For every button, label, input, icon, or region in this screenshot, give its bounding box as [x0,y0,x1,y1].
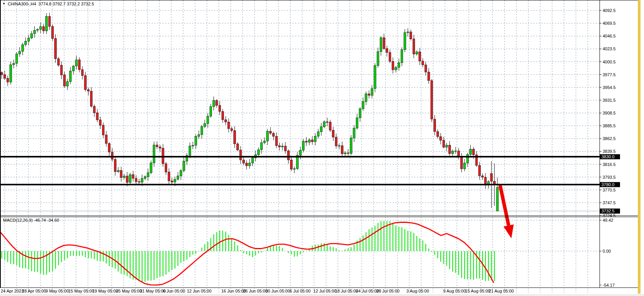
svg-text:3977.5: 3977.5 [603,72,616,77]
svg-text:3908.5: 3908.5 [603,111,616,115]
ohlc-values: 3774.8 3792.7 3732.2 3732.5 [38,2,94,6]
svg-text:9 Aug 05:00: 9 Aug 05:00 [443,289,466,293]
svg-text:25 May 05:00: 25 May 05:00 [116,289,142,293]
price-badge: 3830.0 [600,154,620,159]
svg-text:6 Jul 05:00: 6 Jul 05:00 [290,289,311,293]
svg-text:3954.5: 3954.5 [603,85,616,90]
macd-histogram [2,221,495,282]
svg-text:4092.5: 4092.5 [603,8,616,13]
svg-text:3732.5: 3732.5 [601,209,615,213]
panel-borders [0,0,641,288]
svg-text:12 Jun 05:00: 12 Jun 05:00 [187,289,212,293]
svg-text:3724.5: 3724.5 [603,213,616,218]
svg-text:3770.5: 3770.5 [603,188,616,192]
svg-text:3793.5: 3793.5 [603,175,616,180]
price-badge: 3732.5 [600,209,620,214]
svg-text:9 May 05:00: 9 May 05:00 [46,289,69,293]
svg-text:28 Jul 05:00: 28 Jul 05:00 [376,289,400,293]
macd-axis[interactable]: 49.420.00-54.17 [600,218,615,287]
one-click-dropdown-icon[interactable]: ▼ [2,2,5,6]
svg-text:3816.5: 3816.5 [603,162,616,167]
chart-canvas[interactable]: 4092.54069.54046.54023.54000.53977.53954… [0,0,644,296]
svg-text:3747.5: 3747.5 [603,200,616,205]
candlestick-series [1,13,499,211]
svg-text:4046.5: 4046.5 [603,34,616,38]
svg-text:3 Aug 05:00: 3 Aug 05:00 [407,289,429,293]
svg-text:4069.5: 4069.5 [603,21,616,26]
svg-text:4023.5: 4023.5 [603,46,616,51]
right-edge-strip [638,0,641,294]
svg-text:24 Apr 2023: 24 Apr 2023 [1,289,24,293]
svg-text:26 Jun 05:00: 26 Jun 05:00 [243,289,268,293]
svg-text:21 Aug 05:00: 21 Aug 05:00 [489,289,514,293]
svg-text:3931.5: 3931.5 [603,98,616,103]
svg-text:30 Jun 05:00: 30 Jun 05:00 [265,289,290,293]
svg-text:3839.5: 3839.5 [603,149,616,154]
chart-titlebar: ▼ CHINA300-,H4 3774.8 3792.7 3732.2 3732… [2,1,94,7]
svg-text:3780.0: 3780.0 [601,182,615,187]
time-axis[interactable]: 24 Apr 202328 Apr 05:009 May 05:0015 May… [1,289,514,293]
down-trend-arrow[interactable] [500,185,514,238]
svg-text:6 Jun 05:00: 6 Jun 05:00 [163,289,185,293]
svg-text:12 Jul 05:00: 12 Jul 05:00 [313,289,337,293]
svg-text:18 Jul 05:00: 18 Jul 05:00 [335,289,358,293]
macd-indicator-label: MACD(12,26,9) -46.74 -34.60 [3,218,59,222]
svg-text:4000.5: 4000.5 [603,60,616,64]
svg-text:3862.5: 3862.5 [603,136,616,141]
svg-text:15 May 05:00: 15 May 05:00 [68,289,94,293]
svg-text:31 May 05:00: 31 May 05:00 [140,289,166,293]
svg-text:16 Jun 05:00: 16 Jun 05:00 [221,289,246,293]
chart-window: ▼ CHINA300-,H4 3774.8 3792.7 3732.2 3732… [0,0,644,296]
svg-text:28 Apr 05:00: 28 Apr 05:00 [22,289,46,293]
symbol-period-label: CHINA300-,H4 [8,2,36,6]
svg-text:0.00: 0.00 [603,249,611,253]
svg-text:19 May 05:00: 19 May 05:00 [92,289,118,293]
svg-text:3885.5: 3885.5 [603,123,616,128]
svg-text:-54.17: -54.17 [603,283,615,287]
svg-text:15 Aug 05:00: 15 Aug 05:00 [465,289,490,293]
svg-text:24 Jul 05:00: 24 Jul 05:00 [356,289,379,293]
svg-text:3830.0: 3830.0 [601,154,615,159]
svg-text:49.42: 49.42 [603,218,613,222]
price-badge: 3780.0 [600,182,620,187]
bottom-strip [0,294,644,296]
